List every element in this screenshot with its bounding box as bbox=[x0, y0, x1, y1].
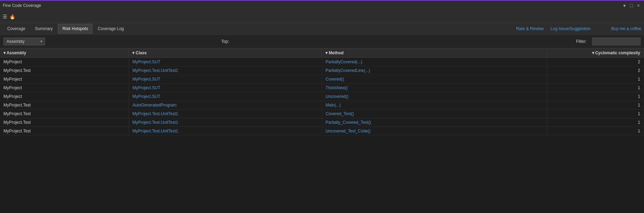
cell-cyclomatic: 1 bbox=[547, 101, 644, 110]
tab-coverage[interactable]: Coverage bbox=[3, 24, 30, 34]
filter-label: Filter: bbox=[576, 39, 587, 44]
cell-assembly: MyProject bbox=[0, 75, 129, 84]
cell-method[interactable]: Covered() bbox=[322, 75, 547, 84]
controls-bar: Assembly Top: Filter: bbox=[0, 35, 644, 48]
cell-assembly: MyProject.Test bbox=[0, 101, 129, 110]
assembly-select-wrapper[interactable]: Assembly bbox=[3, 38, 45, 45]
assembly-select[interactable]: Assembly bbox=[3, 38, 45, 45]
cell-method[interactable]: Covered_Test() bbox=[322, 110, 547, 118]
list-icon[interactable]: ☰ bbox=[3, 14, 7, 19]
log-issue-link[interactable]: Log Issue/Suggestion bbox=[551, 26, 590, 31]
table-row: MyProject.TestMyProject.Test.UnitTest1Pa… bbox=[0, 66, 644, 75]
close-btn[interactable]: × bbox=[636, 3, 641, 8]
cell-assembly: MyProject.Test bbox=[0, 127, 129, 136]
cell-method[interactable]: Main(...) bbox=[322, 101, 547, 110]
cell-assembly: MyProject bbox=[0, 84, 129, 92]
cell-assembly: MyProject.Test bbox=[0, 118, 129, 127]
tab-coverage-log[interactable]: Coverage Log bbox=[93, 24, 128, 34]
toolbar: ☰ 🔥 bbox=[0, 10, 644, 23]
cell-class[interactable]: MyProject.SUT bbox=[129, 92, 322, 101]
pin-btn[interactable]: □ bbox=[628, 3, 634, 8]
fire-icon[interactable]: 🔥 bbox=[9, 14, 15, 19]
cell-class[interactable]: MyProject.Test.UnitTest1 bbox=[129, 118, 322, 127]
table-row: MyProjectMyProject.SUTUncovered()1 bbox=[0, 92, 644, 101]
col-header-class[interactable]: ▾ Class bbox=[129, 48, 322, 58]
cell-method[interactable]: ThisIsNew() bbox=[322, 84, 547, 92]
col-header-cyclomatic[interactable]: ▾ Cyclomatic complexity bbox=[547, 48, 644, 58]
cell-cyclomatic: 2 bbox=[547, 58, 644, 66]
cell-class[interactable]: MyProject.Test.UnitTest1 bbox=[129, 66, 322, 75]
table-row: MyProject.TestAutoGeneratedProgramMain(.… bbox=[0, 101, 644, 110]
cell-cyclomatic: 1 bbox=[547, 127, 644, 136]
top-label: Top: bbox=[221, 39, 229, 44]
rate-review-link[interactable]: Rate & Review bbox=[516, 26, 544, 31]
dropdown-btn[interactable]: ▾ bbox=[622, 3, 627, 8]
table-row: MyProjectMyProject.SUTThisIsNew()1 bbox=[0, 84, 644, 92]
cell-cyclomatic: 1 bbox=[547, 84, 644, 92]
cell-class[interactable]: MyProject.Test.UnitTest1 bbox=[129, 127, 322, 136]
cell-class[interactable]: AutoGeneratedProgram bbox=[129, 101, 322, 110]
cell-assembly: MyProject bbox=[0, 92, 129, 101]
cell-method[interactable]: PartiallyCoveredLine(...) bbox=[322, 66, 547, 75]
table-row: MyProject.TestMyProject.Test.UnitTest1Co… bbox=[0, 110, 644, 118]
cell-cyclomatic: 1 bbox=[547, 110, 644, 118]
table-header-row: ▾ Assembly ▾ Class ▾ Method ▾ Cyclomatic… bbox=[0, 48, 644, 58]
title-bar: Fine Code Coverage ▾ □ × bbox=[0, 0, 644, 10]
app-title: Fine Code Coverage bbox=[3, 3, 41, 8]
cell-cyclomatic: 2 bbox=[547, 66, 644, 75]
cell-assembly: MyProject.Test bbox=[0, 110, 129, 118]
table-container: ▾ Assembly ▾ Class ▾ Method ▾ Cyclomatic… bbox=[0, 48, 644, 213]
col-header-method[interactable]: ▾ Method bbox=[322, 48, 547, 58]
table-row: MyProject.TestMyProject.Test.UnitTest1Un… bbox=[0, 127, 644, 136]
data-table: ▾ Assembly ▾ Class ▾ Method ▾ Cyclomatic… bbox=[0, 48, 644, 136]
cell-class[interactable]: MyProject.SUT bbox=[129, 58, 322, 66]
table-row: MyProject.TestMyProject.Test.UnitTest1Pa… bbox=[0, 118, 644, 127]
cell-class[interactable]: MyProject.Test.UnitTest1 bbox=[129, 110, 322, 118]
cell-method[interactable]: Partially_Covered_Test() bbox=[322, 118, 547, 127]
cell-method[interactable]: Uncovered_Test_Code() bbox=[322, 127, 547, 136]
tab-links: Rate & Review Log Issue/Suggestion Buy m… bbox=[516, 26, 641, 31]
cell-class[interactable]: MyProject.SUT bbox=[129, 75, 322, 84]
col-header-assembly[interactable]: ▾ Assembly bbox=[0, 48, 129, 58]
table-row: MyProjectMyProject.SUTPartiallyCovered(.… bbox=[0, 58, 644, 66]
buy-coffee-link[interactable]: Buy me a coffee bbox=[611, 26, 642, 31]
tabs-bar: Coverage Summary Risk Hotspots Coverage … bbox=[0, 23, 644, 35]
cell-method[interactable]: Uncovered() bbox=[322, 92, 547, 101]
table-row: MyProjectMyProject.SUTCovered()1 bbox=[0, 75, 644, 84]
cell-assembly: MyProject bbox=[0, 58, 129, 66]
tab-risk-hotspots[interactable]: Risk Hotspots bbox=[58, 24, 92, 34]
filter-input[interactable] bbox=[592, 38, 641, 45]
cell-cyclomatic: 1 bbox=[547, 75, 644, 84]
cell-method[interactable]: PartiallyCovered(...) bbox=[322, 58, 547, 66]
cell-cyclomatic: 1 bbox=[547, 118, 644, 127]
cell-class[interactable]: MyProject.SUT bbox=[129, 84, 322, 92]
cell-assembly: MyProject.Test bbox=[0, 66, 129, 75]
cell-cyclomatic: 1 bbox=[547, 92, 644, 101]
window-controls[interactable]: ▾ □ × bbox=[622, 3, 641, 8]
tab-summary[interactable]: Summary bbox=[30, 24, 57, 34]
